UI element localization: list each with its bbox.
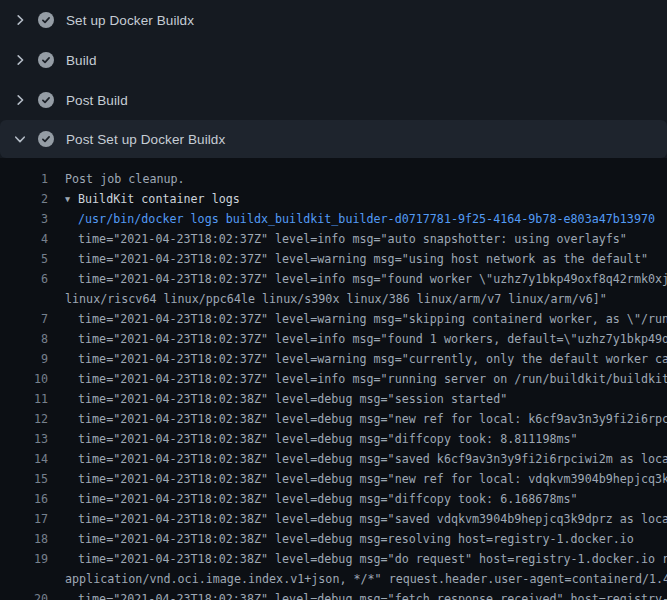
line-number[interactable]: 11	[0, 389, 48, 409]
line-number	[0, 569, 48, 589]
check-circle-icon	[38, 52, 54, 68]
log-line: application/vnd.oci.image.index.v1+json,…	[0, 569, 667, 589]
steps-list: Set up Docker BuildxBuildPost BuildPost …	[0, 0, 667, 158]
line-number[interactable]: 6	[0, 269, 48, 289]
step-label: Post Set up Docker Buildx	[66, 132, 225, 147]
step-row-post-build[interactable]: Post Build	[0, 80, 667, 120]
log-line: linux/riscv64 linux/ppc64le linux/s390x …	[0, 289, 667, 309]
log-line: 19time="2021-04-23T18:02:38Z" level=debu…	[0, 549, 667, 569]
log-text-log: time="2021-04-23T18:02:37Z" level=info m…	[78, 229, 627, 249]
line-number[interactable]: 8	[0, 329, 48, 349]
log-text-log: time="2021-04-23T18:02:38Z" level=debug …	[78, 469, 667, 489]
log-line: 3/usr/bin/docker logs buildx_buildkit_bu…	[0, 209, 667, 229]
log-line: 17time="2021-04-23T18:02:38Z" level=debu…	[0, 509, 667, 529]
log-text-log: time="2021-04-23T18:02:37Z" level=info m…	[78, 329, 667, 349]
log-line: 2▼BuildKit container logs	[0, 189, 667, 209]
step-row-post-set-up-docker-buildx[interactable]: Post Set up Docker Buildx	[0, 120, 667, 158]
check-circle-icon	[38, 12, 54, 28]
line-number[interactable]: 20	[0, 589, 48, 600]
log-line: 13time="2021-04-23T18:02:38Z" level=debu…	[0, 429, 667, 449]
log-text-log: time="2021-04-23T18:02:37Z" level=info m…	[78, 369, 667, 389]
step-row-set-up-docker-buildx[interactable]: Set up Docker Buildx	[0, 0, 667, 40]
line-number[interactable]: 12	[0, 409, 48, 429]
chevron-right-icon[interactable]	[12, 12, 28, 28]
log-line: 8time="2021-04-23T18:02:37Z" level=info …	[0, 329, 667, 349]
log-text-log: time="2021-04-23T18:02:37Z" level=warnin…	[78, 249, 648, 269]
log-line: 7time="2021-04-23T18:02:37Z" level=warni…	[0, 309, 667, 329]
log-area: 1Post job cleanup.2▼BuildKit container l…	[0, 158, 667, 600]
log-line: 18time="2021-04-23T18:02:38Z" level=debu…	[0, 529, 667, 549]
log-line: 4time="2021-04-23T18:02:37Z" level=info …	[0, 229, 667, 249]
log-text-wrap: application/vnd.oci.image.index.v1+json,…	[65, 569, 667, 589]
log-text-log: time="2021-04-23T18:02:38Z" level=debug …	[78, 589, 667, 600]
step-row-build[interactable]: Build	[0, 40, 667, 80]
log-text-command: /usr/bin/docker logs buildx_buildkit_bui…	[78, 209, 655, 229]
log-text-log: time="2021-04-23T18:02:38Z" level=debug …	[78, 489, 578, 509]
line-number[interactable]: 10	[0, 369, 48, 389]
log-line: 10time="2021-04-23T18:02:37Z" level=info…	[0, 369, 667, 389]
line-number[interactable]: 2	[0, 189, 48, 209]
log-text-log: time="2021-04-23T18:02:38Z" level=debug …	[78, 529, 634, 549]
log-text-log: time="2021-04-23T18:02:38Z" level=debug …	[78, 429, 578, 449]
log-text-wrap: linux/riscv64 linux/ppc64le linux/s390x …	[65, 289, 607, 309]
step-label: Build	[66, 53, 97, 68]
log-line: 16time="2021-04-23T18:02:38Z" level=debu…	[0, 489, 667, 509]
line-number[interactable]: 3	[0, 209, 48, 229]
line-number[interactable]: 13	[0, 429, 48, 449]
line-number[interactable]: 16	[0, 489, 48, 509]
log-line: 5time="2021-04-23T18:02:37Z" level=warni…	[0, 249, 667, 269]
log-line: 6time="2021-04-23T18:02:37Z" level=info …	[0, 269, 667, 289]
check-circle-icon	[38, 92, 54, 108]
chevron-right-icon[interactable]	[12, 92, 28, 108]
log-group-title[interactable]: BuildKit container logs	[78, 192, 240, 206]
line-number[interactable]: 1	[0, 169, 48, 189]
log-line: 14time="2021-04-23T18:02:38Z" level=debu…	[0, 449, 667, 469]
log-text-log: time="2021-04-23T18:02:37Z" level=warnin…	[78, 349, 667, 369]
log-text-plain: Post job cleanup.	[65, 169, 185, 189]
log-line: 12time="2021-04-23T18:02:38Z" level=debu…	[0, 409, 667, 429]
line-number[interactable]: 18	[0, 529, 48, 549]
check-circle-icon	[38, 131, 54, 147]
log-text-log: time="2021-04-23T18:02:38Z" level=debug …	[78, 389, 507, 409]
log-text-log: time="2021-04-23T18:02:38Z" level=debug …	[78, 549, 667, 569]
log-text-log: time="2021-04-23T18:02:38Z" level=debug …	[78, 509, 667, 529]
line-number[interactable]: 15	[0, 469, 48, 489]
log-line: 1Post job cleanup.	[0, 169, 667, 189]
log-text-log: time="2021-04-23T18:02:37Z" level=info m…	[78, 269, 667, 289]
log-line: 9time="2021-04-23T18:02:37Z" level=warni…	[0, 349, 667, 369]
line-number[interactable]: 5	[0, 249, 48, 269]
log-group-toggle-icon[interactable]: ▼	[65, 189, 78, 209]
line-number	[0, 289, 48, 309]
line-number[interactable]: 9	[0, 349, 48, 369]
log-text-log: time="2021-04-23T18:02:37Z" level=warnin…	[78, 309, 667, 329]
log-line: 20time="2021-04-23T18:02:38Z" level=debu…	[0, 589, 667, 600]
line-number[interactable]: 19	[0, 549, 48, 569]
chevron-down-icon[interactable]	[12, 131, 28, 147]
step-label: Post Build	[66, 93, 128, 108]
log-line: 11time="2021-04-23T18:02:38Z" level=debu…	[0, 389, 667, 409]
step-label: Set up Docker Buildx	[66, 13, 194, 28]
line-number[interactable]: 14	[0, 449, 48, 469]
chevron-right-icon[interactable]	[12, 52, 28, 68]
log-text-log: time="2021-04-23T18:02:38Z" level=debug …	[78, 409, 667, 429]
line-number[interactable]: 7	[0, 309, 48, 329]
log-text-group: ▼BuildKit container logs	[65, 189, 240, 209]
log-line: 15time="2021-04-23T18:02:38Z" level=debu…	[0, 469, 667, 489]
line-number[interactable]: 17	[0, 509, 48, 529]
log-text-log: time="2021-04-23T18:02:38Z" level=debug …	[78, 449, 667, 469]
line-number[interactable]: 4	[0, 229, 48, 249]
